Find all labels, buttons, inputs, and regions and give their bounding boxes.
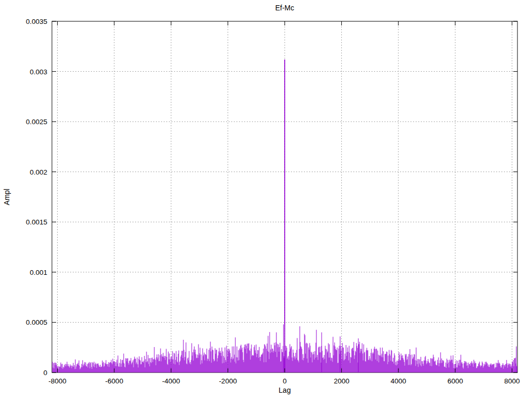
x-tick-label: 2000 xyxy=(334,377,349,385)
correlation-plot: Ef-Mc Ampl Lag -8000-6000-4000-200002000… xyxy=(0,0,532,399)
x-tick-label: -6000 xyxy=(105,377,124,385)
x-tick-label: -4000 xyxy=(162,377,180,385)
y-axis-label: Ampl xyxy=(3,189,11,205)
y-tick-label: 0.002 xyxy=(30,168,47,176)
y-tick-label: 0.0005 xyxy=(26,318,47,326)
x-axis-label: Lag xyxy=(52,386,517,394)
y-tick-label: 0.0015 xyxy=(26,218,47,226)
chart-title: Ef-Mc xyxy=(52,4,517,12)
x-tick-label: 8000 xyxy=(504,377,520,385)
x-tick-label: -8000 xyxy=(48,377,66,385)
x-tick-label: 6000 xyxy=(447,377,463,385)
y-tick-label: 0.0025 xyxy=(26,118,47,126)
y-tick-label: 0 xyxy=(43,369,47,377)
chart-svg: -8000-6000-4000-20000200040006000800000.… xyxy=(0,0,532,399)
x-tick-label: 0 xyxy=(283,377,287,385)
y-tick-label: 0.0035 xyxy=(26,18,47,25)
y-tick-label: 0.003 xyxy=(30,68,47,76)
x-tick-label: 4000 xyxy=(391,377,406,385)
x-tick-label: -2000 xyxy=(219,377,237,385)
y-tick-label: 0.001 xyxy=(30,269,47,276)
